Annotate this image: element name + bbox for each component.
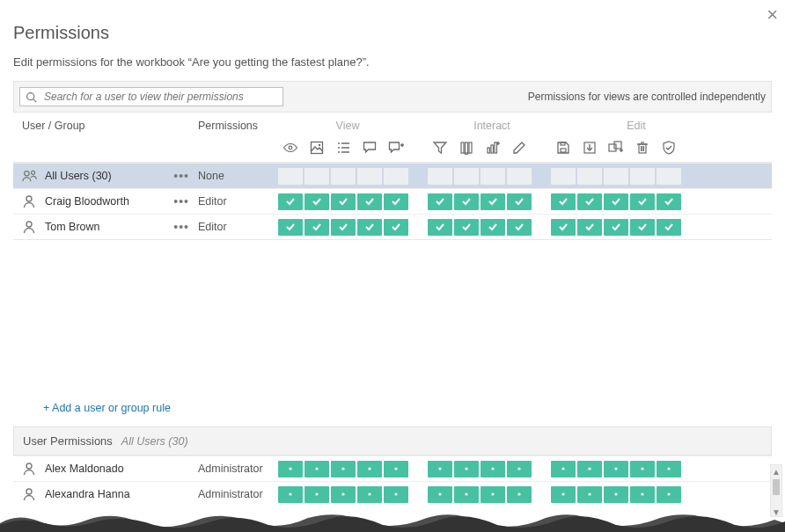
capability-cell[interactable] [507,219,532,236]
capability-cell[interactable] [507,168,532,185]
svg-point-5 [338,142,340,144]
svg-point-38 [26,196,32,201]
capability-cell[interactable] [551,461,576,477]
row-menu-button[interactable]: ••• [173,220,189,234]
capability-cell[interactable] [428,486,452,503]
capability-cell[interactable] [657,461,681,477]
capability-cell[interactable] [657,486,681,503]
capability-cell[interactable] [278,486,303,503]
close-icon[interactable]: × [767,4,778,26]
capability-cell[interactable] [657,219,681,236]
capability-cell[interactable] [657,168,681,185]
row-menu-button[interactable]: ••• [173,169,189,183]
scroll-up-icon[interactable]: ▲ [771,465,781,477]
capability-cell[interactable] [657,193,681,210]
svg-point-42 [315,467,318,470]
capability-cell[interactable] [331,168,356,185]
scrollbar-thumb[interactable] [773,479,780,495]
capability-cell[interactable] [428,168,452,185]
capability-cell[interactable] [577,168,602,185]
capability-cell[interactable] [384,461,408,477]
capability-cell[interactable] [604,219,628,236]
capability-cell[interactable] [304,193,329,210]
capability-cell[interactable] [454,219,479,236]
capability-cell[interactable] [604,461,628,477]
capability-cell[interactable] [331,193,356,210]
capability-cell[interactable] [357,486,382,503]
view-group-header: View [277,120,418,132]
capability-cell[interactable] [507,461,532,477]
search-input[interactable] [42,90,277,104]
capability-cell[interactable] [384,219,408,236]
capability-cell[interactable] [577,193,602,210]
capability-cell[interactable] [357,193,382,210]
capability-cell[interactable] [630,168,655,185]
capability-cell[interactable] [551,193,576,210]
capability-cell[interactable] [384,486,408,503]
capability-cell[interactable] [454,461,479,477]
capability-cell[interactable] [630,461,655,477]
capability-cell[interactable] [454,168,479,185]
capability-cell[interactable] [604,193,628,210]
svg-point-58 [341,492,344,495]
capability-cell[interactable] [604,486,628,503]
rule-row[interactable]: Craig Bloodworth•••Editor [13,188,772,214]
capability-cell[interactable] [577,219,602,236]
capability-cell[interactable] [507,193,532,210]
capability-cell[interactable] [481,461,505,477]
capability-cell[interactable] [304,168,329,185]
capability-cell[interactable] [481,219,505,236]
capability-cell[interactable] [551,486,576,503]
capability-cell[interactable] [481,486,505,503]
svg-point-36 [25,171,29,176]
search-input-wrap[interactable] [19,87,283,106]
capability-cell[interactable] [577,461,602,477]
rule-row[interactable]: Tom Brown•••Editor [13,214,772,239]
capability-cell[interactable] [357,461,382,477]
capability-cell[interactable] [278,219,303,236]
capability-cell[interactable] [278,168,303,185]
svg-point-59 [368,492,370,495]
search-icon [26,91,37,103]
capability-cell[interactable] [577,486,602,503]
capability-cell[interactable] [507,486,532,503]
capability-cell[interactable] [454,486,479,503]
capability-cell[interactable] [428,193,452,210]
permission-template[interactable]: Editor [198,221,277,233]
user-permission-row[interactable]: Alex MaldonadoAdministrator [13,455,772,481]
capability-cell[interactable] [357,168,382,185]
capability-cell[interactable] [481,168,505,185]
permissions-header: Permissions [198,120,277,158]
capability-cell[interactable] [331,219,356,236]
row-menu-button[interactable]: ••• [173,194,189,208]
capability-cell[interactable] [454,193,479,210]
capability-cell[interactable] [278,461,303,477]
capability-cell[interactable] [604,168,628,185]
permission-template[interactable]: Editor [198,195,277,208]
capability-cell[interactable] [384,168,408,185]
svg-point-4 [319,144,320,146]
capability-cell[interactable] [630,219,655,236]
capability-cell[interactable] [278,193,303,210]
capability-cell[interactable] [304,219,329,236]
capability-cell[interactable] [357,219,382,236]
add-rule-button[interactable]: + Add a user or group rule [13,390,772,426]
capability-cell[interactable] [428,219,452,236]
capability-cell[interactable] [630,486,655,503]
capability-cell[interactable] [384,193,408,210]
capability-cell[interactable] [304,486,329,503]
capability-cell[interactable] [304,461,329,477]
capability-cell[interactable] [551,168,576,185]
column-headers: User / Group Permissions View Interact E… [13,113,772,163]
capability-cell[interactable] [551,219,576,236]
capability-cell[interactable] [630,193,655,210]
user-permission-row[interactable]: Alexandra HannaAdministrator [13,481,772,506]
capability-cell[interactable] [428,461,452,477]
permission-template[interactable]: None [198,170,277,182]
list-details-icon [330,137,356,158]
svg-point-7 [338,151,340,153]
rule-row[interactable]: All Users (30)•••None [13,163,772,188]
capability-cell[interactable] [481,193,505,210]
capability-cell[interactable] [331,461,356,477]
capability-cell[interactable] [331,486,356,503]
